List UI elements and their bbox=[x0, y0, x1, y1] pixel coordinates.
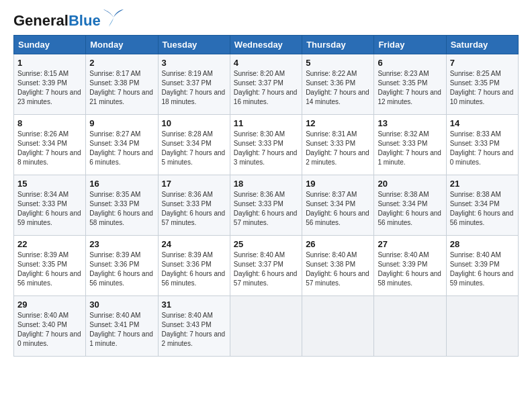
day-number: 7 bbox=[450, 58, 515, 68]
weekday-header-tuesday: Tuesday bbox=[158, 36, 230, 54]
calendar-cell: 19Sunrise: 8:37 AMSunset: 3:34 PMDayligh… bbox=[302, 175, 374, 236]
calendar-cell: 7Sunrise: 8:25 AMSunset: 3:35 PMDaylight… bbox=[446, 54, 518, 115]
day-info: Sunrise: 8:22 AMSunset: 3:36 PMDaylight:… bbox=[306, 69, 370, 107]
calendar-cell: 9Sunrise: 8:27 AMSunset: 3:34 PMDaylight… bbox=[86, 115, 158, 175]
day-number: 4 bbox=[234, 58, 298, 68]
calendar-cell: 11Sunrise: 8:30 AMSunset: 3:33 PMDayligh… bbox=[230, 115, 302, 175]
calendar-cell: 8Sunrise: 8:26 AMSunset: 3:34 PMDaylight… bbox=[14, 115, 86, 175]
calendar-cell bbox=[374, 296, 446, 357]
calendar-cell: 6Sunrise: 8:23 AMSunset: 3:35 PMDaylight… bbox=[374, 54, 446, 115]
day-number: 17 bbox=[162, 179, 226, 189]
day-info: Sunrise: 8:27 AMSunset: 3:34 PMDaylight:… bbox=[89, 130, 154, 167]
day-info: Sunrise: 8:40 AMSunset: 3:40 PMDaylight:… bbox=[17, 311, 82, 349]
calendar-cell: 31Sunrise: 8:40 AMSunset: 3:43 PMDayligh… bbox=[158, 296, 230, 357]
calendar-week-4: 22Sunrise: 8:39 AMSunset: 3:35 PMDayligh… bbox=[14, 236, 519, 296]
day-info: Sunrise: 8:38 AMSunset: 3:34 PMDaylight:… bbox=[450, 190, 515, 228]
calendar-cell: 20Sunrise: 8:38 AMSunset: 3:34 PMDayligh… bbox=[374, 175, 446, 236]
calendar-cell: 30Sunrise: 8:40 AMSunset: 3:41 PMDayligh… bbox=[86, 296, 158, 357]
day-info: Sunrise: 8:40 AMSunset: 3:37 PMDaylight:… bbox=[234, 250, 298, 288]
calendar-week-3: 15Sunrise: 8:34 AMSunset: 3:33 PMDayligh… bbox=[14, 175, 519, 236]
day-number: 16 bbox=[89, 179, 154, 189]
day-number: 10 bbox=[162, 118, 226, 128]
day-number: 19 bbox=[306, 179, 370, 189]
calendar-cell: 18Sunrise: 8:36 AMSunset: 3:33 PMDayligh… bbox=[230, 175, 302, 236]
page-header: GeneralBlue bbox=[13, 13, 519, 28]
day-number: 18 bbox=[234, 179, 298, 189]
day-number: 8 bbox=[17, 118, 82, 128]
day-number: 5 bbox=[306, 58, 370, 68]
day-info: Sunrise: 8:19 AMSunset: 3:37 PMDaylight:… bbox=[162, 69, 226, 107]
day-number: 27 bbox=[378, 239, 442, 249]
day-info: Sunrise: 8:28 AMSunset: 3:34 PMDaylight:… bbox=[162, 130, 226, 167]
day-number: 25 bbox=[234, 239, 298, 249]
day-info: Sunrise: 8:17 AMSunset: 3:38 PMDaylight:… bbox=[89, 69, 154, 107]
day-info: Sunrise: 8:23 AMSunset: 3:35 PMDaylight:… bbox=[378, 69, 442, 107]
day-info: Sunrise: 8:35 AMSunset: 3:33 PMDaylight:… bbox=[89, 190, 154, 228]
day-info: Sunrise: 8:40 AMSunset: 3:39 PMDaylight:… bbox=[450, 250, 515, 288]
day-number: 2 bbox=[89, 58, 154, 68]
logo-text: GeneralBlue bbox=[13, 13, 101, 28]
day-info: Sunrise: 8:15 AMSunset: 3:39 PMDaylight:… bbox=[17, 69, 82, 107]
calendar-cell: 24Sunrise: 8:39 AMSunset: 3:36 PMDayligh… bbox=[158, 236, 230, 296]
day-number: 1 bbox=[17, 58, 82, 68]
calendar-cell: 1Sunrise: 8:15 AMSunset: 3:39 PMDaylight… bbox=[14, 54, 86, 115]
weekday-header-wednesday: Wednesday bbox=[230, 36, 302, 54]
calendar-cell: 22Sunrise: 8:39 AMSunset: 3:35 PMDayligh… bbox=[14, 236, 86, 296]
day-number: 11 bbox=[234, 118, 298, 128]
day-info: Sunrise: 8:40 AMSunset: 3:43 PMDaylight:… bbox=[162, 311, 226, 349]
weekday-header-thursday: Thursday bbox=[302, 36, 374, 54]
calendar-cell: 13Sunrise: 8:32 AMSunset: 3:33 PMDayligh… bbox=[374, 115, 446, 175]
day-number: 14 bbox=[450, 118, 515, 128]
logo-bird-icon bbox=[103, 9, 124, 27]
weekday-header-monday: Monday bbox=[86, 36, 158, 54]
calendar-week-1: 1Sunrise: 8:15 AMSunset: 3:39 PMDaylight… bbox=[14, 54, 519, 115]
calendar-cell: 10Sunrise: 8:28 AMSunset: 3:34 PMDayligh… bbox=[158, 115, 230, 175]
calendar-cell: 26Sunrise: 8:40 AMSunset: 3:38 PMDayligh… bbox=[302, 236, 374, 296]
calendar-cell: 28Sunrise: 8:40 AMSunset: 3:39 PMDayligh… bbox=[446, 236, 518, 296]
day-info: Sunrise: 8:26 AMSunset: 3:34 PMDaylight:… bbox=[17, 130, 82, 167]
day-number: 9 bbox=[89, 118, 154, 128]
calendar-cell: 21Sunrise: 8:38 AMSunset: 3:34 PMDayligh… bbox=[446, 175, 518, 236]
calendar-cell: 12Sunrise: 8:31 AMSunset: 3:33 PMDayligh… bbox=[302, 115, 374, 175]
calendar-cell: 3Sunrise: 8:19 AMSunset: 3:37 PMDaylight… bbox=[158, 54, 230, 115]
day-info: Sunrise: 8:40 AMSunset: 3:39 PMDaylight:… bbox=[378, 250, 442, 288]
day-number: 3 bbox=[162, 58, 226, 68]
day-info: Sunrise: 8:36 AMSunset: 3:33 PMDaylight:… bbox=[162, 190, 226, 228]
day-info: Sunrise: 8:34 AMSunset: 3:33 PMDaylight:… bbox=[17, 190, 82, 228]
day-number: 23 bbox=[89, 239, 154, 249]
day-number: 13 bbox=[378, 118, 442, 128]
weekday-header-friday: Friday bbox=[374, 36, 446, 54]
day-info: Sunrise: 8:40 AMSunset: 3:41 PMDaylight:… bbox=[89, 311, 154, 349]
day-info: Sunrise: 8:36 AMSunset: 3:33 PMDaylight:… bbox=[234, 190, 298, 228]
calendar-body: 1Sunrise: 8:15 AMSunset: 3:39 PMDaylight… bbox=[14, 54, 519, 357]
day-number: 24 bbox=[162, 239, 226, 249]
calendar-cell: 15Sunrise: 8:34 AMSunset: 3:33 PMDayligh… bbox=[14, 175, 86, 236]
weekday-header-sunday: Sunday bbox=[14, 36, 86, 54]
calendar-cell bbox=[302, 296, 374, 357]
day-info: Sunrise: 8:39 AMSunset: 3:36 PMDaylight:… bbox=[162, 250, 226, 288]
day-info: Sunrise: 8:32 AMSunset: 3:33 PMDaylight:… bbox=[378, 130, 442, 167]
day-number: 28 bbox=[450, 239, 515, 249]
calendar-cell: 23Sunrise: 8:39 AMSunset: 3:36 PMDayligh… bbox=[86, 236, 158, 296]
day-info: Sunrise: 8:39 AMSunset: 3:36 PMDaylight:… bbox=[89, 250, 154, 288]
calendar-cell: 14Sunrise: 8:33 AMSunset: 3:33 PMDayligh… bbox=[446, 115, 518, 175]
day-number: 20 bbox=[378, 179, 442, 189]
day-info: Sunrise: 8:33 AMSunset: 3:33 PMDaylight:… bbox=[450, 130, 515, 167]
day-info: Sunrise: 8:31 AMSunset: 3:33 PMDaylight:… bbox=[306, 130, 370, 167]
day-info: Sunrise: 8:37 AMSunset: 3:34 PMDaylight:… bbox=[306, 190, 370, 228]
calendar-cell: 4Sunrise: 8:20 AMSunset: 3:37 PMDaylight… bbox=[230, 54, 302, 115]
weekday-header-row: SundayMondayTuesdayWednesdayThursdayFrid… bbox=[14, 36, 519, 54]
calendar-week-2: 8Sunrise: 8:26 AMSunset: 3:34 PMDaylight… bbox=[14, 115, 519, 175]
day-number: 6 bbox=[378, 58, 442, 68]
calendar-cell: 2Sunrise: 8:17 AMSunset: 3:38 PMDaylight… bbox=[86, 54, 158, 115]
day-number: 26 bbox=[306, 239, 370, 249]
calendar-table: SundayMondayTuesdayWednesdayThursdayFrid… bbox=[13, 35, 519, 357]
day-info: Sunrise: 8:25 AMSunset: 3:35 PMDaylight:… bbox=[450, 69, 515, 107]
day-number: 21 bbox=[450, 179, 515, 189]
day-number: 22 bbox=[17, 239, 82, 249]
calendar-cell bbox=[446, 296, 518, 357]
day-number: 31 bbox=[162, 300, 226, 310]
day-number: 12 bbox=[306, 118, 370, 128]
calendar-cell: 25Sunrise: 8:40 AMSunset: 3:37 PMDayligh… bbox=[230, 236, 302, 296]
day-number: 29 bbox=[17, 300, 82, 310]
